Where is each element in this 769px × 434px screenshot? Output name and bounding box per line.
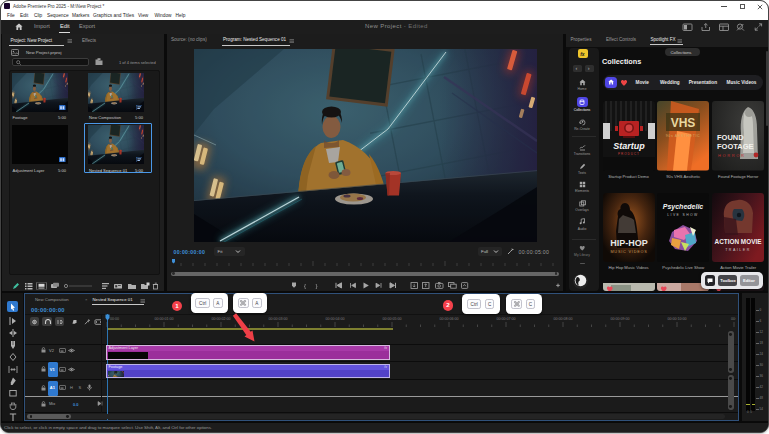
svg-text:00:00:10:00: 00:00:10:00 bbox=[668, 317, 687, 321]
svg-text:90s AESTHETIC: 90s AESTHETIC bbox=[666, 134, 701, 138]
svg-text:TRAILER: TRAILER bbox=[725, 248, 751, 252]
svg-text:Startup: Startup bbox=[613, 141, 645, 151]
svg-text:MUSIC VIDEOS: MUSIC VIDEOS bbox=[610, 250, 647, 254]
svg-text:VHS: VHS bbox=[671, 116, 696, 130]
svg-text:FOUND: FOUND bbox=[717, 133, 744, 142]
svg-text:00:00:03:00: 00:00:03:00 bbox=[269, 317, 288, 321]
svg-text:00:00:06:00: 00:00:06:00 bbox=[440, 317, 459, 321]
svg-text:00:: 00: bbox=[731, 317, 736, 321]
svg-text:{: { bbox=[304, 283, 306, 289]
svg-text:Psychedelic: Psychedelic bbox=[663, 203, 704, 211]
svg-text:00:00:09:00: 00:00:09:00 bbox=[611, 317, 630, 321]
svg-text:00:00: 00:00 bbox=[110, 317, 119, 321]
svg-text:00:00:05:00: 00:00:05:00 bbox=[383, 317, 402, 321]
svg-text:HIP-HOP: HIP-HOP bbox=[610, 238, 648, 248]
svg-text:FOOTAGE: FOOTAGE bbox=[717, 142, 754, 151]
svg-text:00:00:01:00: 00:00:01:00 bbox=[155, 317, 174, 321]
svg-text:}: } bbox=[316, 283, 318, 289]
svg-text:00:00:04:00: 00:00:04:00 bbox=[326, 317, 345, 321]
svg-text:00:00:07:00: 00:00:07:00 bbox=[497, 317, 516, 321]
svg-text:LIVE SHOW: LIVE SHOW bbox=[668, 213, 699, 217]
svg-text:ACTION MOVIE: ACTION MOVIE bbox=[715, 238, 763, 245]
svg-text:HORROR: HORROR bbox=[718, 153, 745, 158]
svg-text:00:00:08:00: 00:00:08:00 bbox=[554, 317, 573, 321]
svg-text:PRODUCT: PRODUCT bbox=[618, 152, 640, 156]
